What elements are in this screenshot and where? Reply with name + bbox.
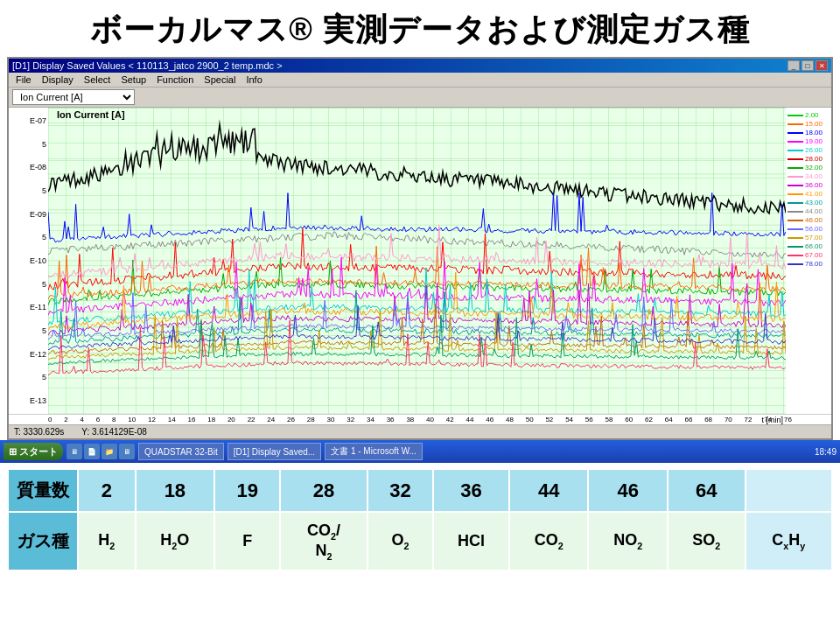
legend-item: 26.00 bbox=[788, 146, 830, 154]
y-axis: E-07 5 E-08 5 E-09 5 E-10 5 E-11 5 E-12 … bbox=[9, 108, 48, 414]
legend-item: 19.00 bbox=[788, 137, 830, 145]
legend-item: 44.00 bbox=[788, 207, 830, 215]
taskbar-display[interactable]: [D1] Display Saved... bbox=[228, 443, 321, 460]
x-axis-label: 12 bbox=[148, 416, 156, 424]
y-label-6: 5 bbox=[10, 233, 46, 242]
legend-item: 2.00 bbox=[788, 111, 830, 119]
x-axis-label: 52 bbox=[545, 416, 553, 424]
chart-canvas[interactable] bbox=[48, 108, 786, 414]
legend-item: 46.00 bbox=[788, 216, 830, 224]
taskbar-right: 18:49 bbox=[815, 447, 836, 457]
gas-so2: SO2 bbox=[668, 512, 746, 570]
mass-64: 64 bbox=[668, 469, 746, 512]
mass-19: 19 bbox=[214, 469, 280, 512]
legend-item: 34.00 bbox=[788, 172, 830, 180]
chart-area: E-07 5 E-08 5 E-09 5 E-10 5 E-11 5 E-12 … bbox=[9, 108, 831, 414]
x-axis: 0246810121416182022242628303234363840424… bbox=[9, 414, 831, 424]
legend-item: 15.00 bbox=[788, 120, 830, 128]
start-icon: ⊞ bbox=[9, 446, 17, 458]
taskbar-time: 18:49 bbox=[815, 447, 836, 457]
gas-co2: CO2 bbox=[509, 512, 588, 570]
taskbar: ⊞ スタート 🖥 📄 📁 🖥 QUADSTAR 32-Bit [D1] Disp… bbox=[0, 440, 840, 463]
gas-header: ガス種 bbox=[8, 512, 78, 570]
x-axis-label: 16 bbox=[187, 416, 195, 424]
x-axis-label: 6 bbox=[96, 416, 100, 424]
legend-item: 67.00 bbox=[788, 251, 830, 259]
legend-item: 56.00 bbox=[788, 225, 830, 233]
menu-function[interactable]: Function bbox=[151, 74, 199, 86]
x-axis-label: 14 bbox=[168, 416, 176, 424]
legend-item: 66.00 bbox=[788, 242, 830, 250]
taskbar-icon-4: 🖥 bbox=[119, 444, 135, 459]
chart-canvas-area[interactable]: Ion Current [A] bbox=[48, 108, 786, 414]
x-axis-label: 8 bbox=[112, 416, 116, 424]
x-axis-label: 22 bbox=[248, 416, 256, 424]
maximize-button[interactable]: □ bbox=[802, 60, 814, 71]
x-axis-label: 60 bbox=[625, 416, 633, 424]
legend-item: 28.00 bbox=[788, 155, 830, 163]
gas-row: ガス種 H2 H2O F CO2/N2 O2 HCl CO2 NO2 SO2 C… bbox=[8, 512, 832, 570]
x-axis-label: 46 bbox=[486, 416, 494, 424]
menu-setup[interactable]: Setup bbox=[116, 74, 151, 86]
x-axis-label: 18 bbox=[207, 416, 215, 424]
menu-file[interactable]: File bbox=[10, 74, 37, 86]
mass-46: 46 bbox=[588, 469, 667, 512]
taskbar-icons: 🖥 📄 📁 🖥 bbox=[66, 444, 135, 459]
minimize-button[interactable]: _ bbox=[788, 60, 800, 71]
x-axis-label: 32 bbox=[346, 416, 354, 424]
gas-h2o: H2O bbox=[136, 512, 214, 570]
close-button[interactable]: ✕ bbox=[816, 60, 828, 71]
x-axis-label: 42 bbox=[446, 416, 454, 424]
mass-empty bbox=[746, 469, 832, 512]
taskbar-quadstar[interactable]: QUADSTAR 32-Bit bbox=[138, 443, 224, 460]
mass-36: 36 bbox=[433, 469, 509, 512]
mass-header: 質量数 bbox=[8, 469, 78, 512]
gas-co2-n2: CO2/N2 bbox=[280, 512, 367, 570]
x-axis-label: 4 bbox=[80, 416, 84, 424]
main-title: ボーカルマス® 実測データおよび測定ガス種 bbox=[0, 0, 840, 57]
x-axis-label: 62 bbox=[645, 416, 653, 424]
y-label-1: E-07 bbox=[10, 116, 46, 125]
legend-item: 78.00 bbox=[788, 260, 830, 268]
x-axis-label: 10 bbox=[128, 416, 136, 424]
chart-legend: 2.0015.0018.0019.0026.0028.0032.0034.003… bbox=[786, 108, 831, 414]
y-label-3: E-08 bbox=[10, 163, 46, 172]
window-controls[interactable]: _ □ ✕ bbox=[788, 60, 828, 71]
menu-display[interactable]: Display bbox=[37, 74, 79, 86]
gas-table: 質量数 2 18 19 28 32 36 44 46 64 ガス種 H2 H2O… bbox=[7, 468, 833, 571]
mass-row: 質量数 2 18 19 28 32 36 44 46 64 bbox=[8, 469, 832, 512]
x-axis-label: 66 bbox=[684, 416, 692, 424]
x-axis-label: 48 bbox=[506, 416, 514, 424]
x-axis-label: 50 bbox=[526, 416, 534, 424]
legend-item: 18.00 bbox=[788, 129, 830, 136]
gas-cxhy: CxHy bbox=[746, 512, 832, 570]
taskbar-word[interactable]: 文書 1 - Microsoft W... bbox=[325, 443, 423, 460]
taskbar-icon-3: 📁 bbox=[102, 444, 117, 459]
x-axis-label: 54 bbox=[565, 416, 573, 424]
x-axis-unit: t [min] bbox=[761, 416, 783, 424]
gas-h2: H2 bbox=[78, 512, 136, 570]
x-axis-label: 40 bbox=[426, 416, 434, 424]
x-axis-label: 30 bbox=[327, 416, 335, 424]
x-axis-label: 2 bbox=[64, 416, 67, 424]
mass-2: 2 bbox=[78, 469, 136, 512]
toolbar: Ion Current [A] bbox=[9, 88, 831, 108]
x-axis-label: 34 bbox=[367, 416, 374, 424]
legend-item: 57.00 bbox=[788, 234, 830, 242]
main-window: [D1] Display Saved Values < 110113_jatco… bbox=[7, 57, 833, 440]
x-axis-label: 44 bbox=[466, 416, 474, 424]
menu-info[interactable]: Info bbox=[241, 74, 267, 86]
gas-f: F bbox=[214, 512, 280, 570]
x-axis-label: 56 bbox=[585, 416, 593, 424]
x-axis-label: 28 bbox=[307, 416, 315, 424]
mass-18: 18 bbox=[136, 469, 214, 512]
menu-select[interactable]: Select bbox=[79, 74, 116, 86]
y-label-13: E-13 bbox=[10, 396, 46, 405]
chart-y-title: Ion Current [A] bbox=[57, 109, 125, 120]
legend-item: 36.00 bbox=[788, 181, 830, 189]
start-button[interactable]: ⊞ スタート bbox=[4, 443, 63, 460]
taskbar-icon-2: 📄 bbox=[84, 444, 100, 459]
channel-dropdown[interactable]: Ion Current [A] bbox=[12, 89, 135, 105]
menu-special[interactable]: Special bbox=[199, 74, 241, 86]
y-label-8: 5 bbox=[10, 280, 46, 289]
